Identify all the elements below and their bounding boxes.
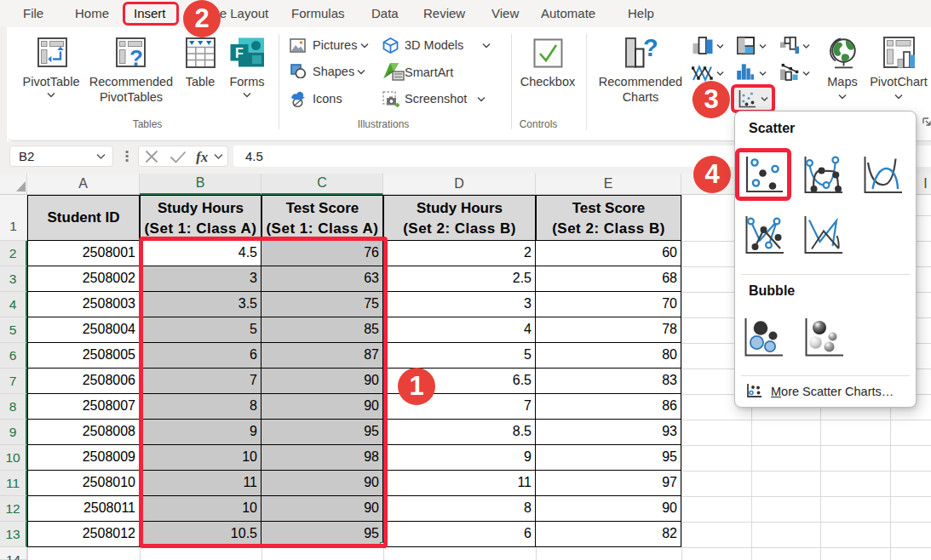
svg-text:fx: fx	[196, 149, 209, 164]
svg-text:?: ?	[129, 45, 143, 70]
svg-text:F: F	[235, 46, 244, 60]
svg-text:?: ?	[643, 37, 658, 61]
